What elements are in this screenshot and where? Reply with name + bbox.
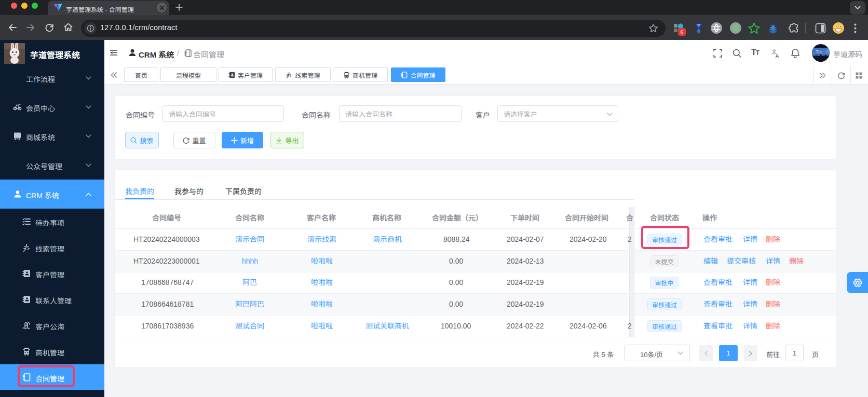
svg-text:A: A bbox=[776, 53, 779, 59]
svg-text:文心一言: 文心一言 bbox=[816, 49, 830, 53]
svg-text:6: 6 bbox=[681, 30, 684, 35]
